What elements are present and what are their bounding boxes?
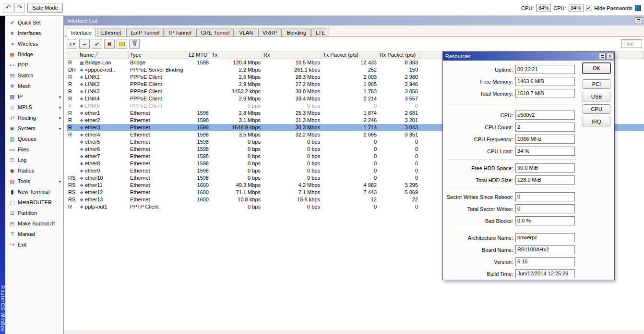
cell-tx: 3.5 Mbps <box>210 131 262 138</box>
cell-txp: 1 874 <box>322 110 378 117</box>
cell-type: Bridge <box>129 59 187 66</box>
sidebar-item-bridge[interactable]: ▦Bridge <box>5 49 63 60</box>
sidebar-item-mpls[interactable]: ◇MPLS▸ <box>5 102 63 112</box>
cell-txp: 0 <box>322 153 378 160</box>
find-box[interactable]: Find <box>621 39 642 48</box>
cell-txp: 12 433 <box>322 59 378 66</box>
interface-name: ether9 <box>85 168 100 173</box>
undo-button[interactable]: ↶ <box>3 3 13 13</box>
sidebar-item-new-terminal[interactable]: ▮New Terminal <box>5 186 63 197</box>
sidebar-item-manual[interactable]: ?Manual <box>5 229 63 239</box>
cpu-button[interactable]: CPU <box>583 104 610 114</box>
column-header-name[interactable]: Name╱ <box>78 51 129 59</box>
comment-button[interactable] <box>117 39 127 49</box>
board-name-field[interactable]: RB1100AHx2 <box>515 245 575 254</box>
tab-vlan[interactable]: VLAN <box>235 28 257 37</box>
disable-button[interactable]: ✖ <box>104 39 115 49</box>
build-time-field[interactable]: Jun/12/2014 12:25:29 <box>515 269 575 278</box>
column-header-type[interactable]: Type <box>129 51 187 59</box>
free-memory-field[interactable]: 1463.6 MiB <box>515 77 575 86</box>
version-field[interactable]: 6.15 <box>515 257 575 266</box>
cell-tx: 49.3 Mbps <box>210 182 262 189</box>
hide-passwords-checkbox[interactable]: ✔ <box>586 5 592 11</box>
redo-button[interactable]: ↷ <box>14 3 25 13</box>
sidebar-item-radius[interactable]: ◉Radius <box>5 165 63 176</box>
column-header-flags[interactable] <box>67 51 78 59</box>
resource-label: Build Time: <box>445 271 515 277</box>
cpu-load-field[interactable]: 34 % <box>515 147 575 156</box>
sidebar-item-label: Bridge <box>18 51 61 57</box>
filter-button[interactable] <box>129 39 140 49</box>
column-header-tx[interactable]: Tx <box>210 51 262 59</box>
column-header-rxp[interactable]: Rx Packet (p/s) <box>378 51 419 59</box>
enable-button[interactable]: ✔ <box>92 39 102 49</box>
uptime-field[interactable]: 00:23:21 <box>515 65 575 74</box>
column-header-rx[interactable]: Rx <box>262 51 322 59</box>
sidebar-item-log[interactable]: ☰Log <box>5 155 63 165</box>
bad-blocks-field[interactable]: 0.0 % <box>515 216 575 225</box>
sidebar-item-files[interactable]: ▭Files <box>5 144 63 155</box>
resources-close-button[interactable]: ✕ <box>607 53 613 59</box>
sidebar-item-wireless[interactable]: ≈Wireless <box>5 38 63 49</box>
cell-type: Ethernet <box>129 131 187 138</box>
resource-row: Total HDD Size:128.0 MiB <box>445 174 612 186</box>
cell-rx: 4.2 Mbps <box>262 182 322 189</box>
cpu-count-field[interactable]: 2 <box>515 123 575 132</box>
cell-name: ❖ether4 <box>78 131 129 138</box>
cell-rxp: 0 <box>378 153 419 160</box>
cell-type: PPPoE Server Binding <box>129 66 187 74</box>
sidebar-item-exit[interactable]: ↪Exit <box>5 239 63 250</box>
tools-icon: ▨ <box>9 179 16 184</box>
column-header-l2mtu[interactable]: L2 MTU <box>187 51 210 59</box>
usb-button[interactable]: USB <box>583 92 610 101</box>
cell-l2mtu <box>187 102 210 110</box>
resources-maximize-button[interactable] <box>599 53 606 59</box>
resource-label: CPU Load: <box>445 148 515 154</box>
resources-titlebar-buttons: ✕ <box>599 53 613 59</box>
sidebar-item-tools[interactable]: ▨Tools▸ <box>5 176 63 186</box>
interface-name: ether13 <box>85 197 103 202</box>
interface-list-titlebar[interactable]: Interface List <box>64 16 644 25</box>
ok-button[interactable]: OK <box>583 63 610 74</box>
irq-button[interactable]: IRQ <box>583 117 610 126</box>
sidebar-item-switch[interactable]: ▤Switch <box>5 70 63 81</box>
cell-type: PPTP Client <box>129 203 187 210</box>
window-restore-button[interactable] <box>635 17 642 24</box>
cpu-field[interactable]: e500v2 <box>515 111 575 120</box>
sidebar-item-make-supout-rif[interactable]: ▤Make Supout.rif <box>5 218 63 229</box>
sidebar-item-quick-set[interactable]: ✔Quick Set <box>5 17 63 28</box>
free-hdd-space-field[interactable]: 90.0 MiB <box>515 163 575 173</box>
total-sector-writes-field[interactable]: 0 <box>515 204 575 213</box>
tab-gre-tunnel[interactable]: GRE Tunnel <box>196 28 234 37</box>
add-button[interactable]: +▾ <box>67 39 77 49</box>
total-hdd-size-field[interactable]: 128.0 MiB <box>515 175 575 185</box>
cpu-frequency-field[interactable]: 1066 MHz <box>515 135 575 144</box>
tab-vrrp[interactable]: VRRP <box>258 28 282 37</box>
sidebar-item-ppp[interactable]: ⊷PPP <box>5 60 63 70</box>
tab-lte[interactable]: LTE <box>311 28 329 37</box>
sidebar-item-ip[interactable]: ▩IP▸ <box>5 91 63 102</box>
cell-l2mtu: 1598 <box>187 117 210 124</box>
bridge-icon: ▦ <box>80 61 84 65</box>
pci-button[interactable]: PCI <box>583 79 610 89</box>
tab-interface[interactable]: Interface <box>67 28 96 37</box>
tab-eoip-tunnel[interactable]: EoIP Tunnel <box>126 28 164 37</box>
sidebar-item-routing[interactable]: ⇄Routing▸ <box>5 112 63 123</box>
cell-name: ❖LINK2 <box>78 81 129 88</box>
sidebar-item-metarouter[interactable]: ▢MetaROUTER <box>5 197 63 208</box>
tab-bonding[interactable]: Bonding <box>283 28 310 37</box>
tab-ethernet[interactable]: Ethernet <box>97 28 126 37</box>
sidebar-item-queues[interactable]: ▥Queues <box>5 134 63 144</box>
sidebar-item-system[interactable]: ▣System▸ <box>5 123 63 134</box>
tab-ip-tunnel[interactable]: IP Tunnel <box>165 28 195 37</box>
resources-titlebar[interactable]: Resources ✕ <box>443 52 614 61</box>
architecture-name-field[interactable]: powerpc <box>515 233 575 242</box>
total-memory-field[interactable]: 1518.7 MiB <box>515 89 575 98</box>
sidebar-item-interfaces[interactable]: ≡Interfaces <box>5 28 63 38</box>
sector-writes-since-reboot-field[interactable]: 0 <box>515 192 575 201</box>
sidebar-item-partition[interactable]: ⊟Partition <box>5 208 63 218</box>
column-header-txp[interactable]: Tx Packet (p/s) <box>322 51 378 59</box>
safe-mode-button[interactable]: Safe Mode <box>27 3 63 13</box>
remove-button[interactable]: − <box>79 39 90 49</box>
sidebar-item-mesh[interactable]: ❖Mesh <box>5 81 63 91</box>
